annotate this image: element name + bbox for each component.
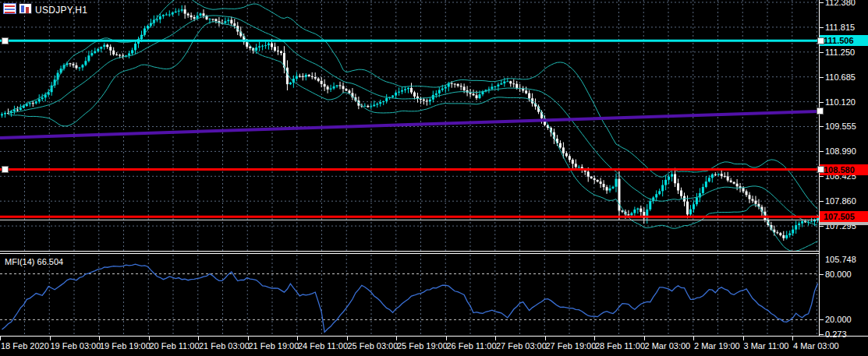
time-axis-tick: [693, 337, 694, 340]
price-tick-label: 110.120: [825, 97, 856, 108]
time-tick-label: 25 Feb 03:00: [348, 341, 399, 351]
main-chart-pane[interactable]: [0, 0, 868, 252]
time-axis-tick: [347, 337, 348, 340]
mfi-indicator-label: MFI(14) 66.504: [5, 257, 63, 266]
time-tick-label: 27 Feb 19:00: [546, 341, 597, 351]
time-axis-tick: [545, 337, 546, 340]
quotes-table-icon[interactable]: [3, 3, 16, 14]
time-tick-label: 26 Feb 11:00: [447, 341, 497, 351]
time-axis-tick: [99, 337, 100, 340]
marker-cyan-line-left[interactable]: [2, 37, 9, 44]
price-label-111.506: 111.506: [820, 35, 868, 46]
time-axis-tick: [644, 337, 645, 340]
pane-separator-line[interactable]: [0, 251, 819, 252]
mt-chart-window: 112.380111.815111.250110.685110.120109.5…: [0, 0, 868, 356]
price-label-108.580: 108.580: [820, 164, 868, 175]
bollinger-upper-band[interactable]: [8, 0, 817, 209]
time-tick-label: 19 Feb 03:00: [51, 341, 101, 351]
time-tick-label: 24 Feb 11:00: [298, 341, 348, 351]
price-axis-tick: [820, 2, 824, 3]
time-axis-tick: [0, 337, 1, 340]
price-axis-tick: [820, 52, 824, 53]
price-axis-tick: [820, 126, 824, 127]
time-tick-label: 25 Feb 19:00: [397, 341, 448, 351]
time-tick-label: 21 Feb 03:00: [199, 341, 250, 351]
marker-trendline-right[interactable]: [817, 108, 824, 115]
indicator-level-label: 0.273: [825, 330, 847, 340]
time-axis-tick: [495, 337, 496, 340]
price-axis-tick: [820, 226, 824, 227]
bid-price-label-partial: [820, 222, 868, 225]
marker-red-line-left[interactable]: [2, 166, 9, 173]
price-tick-label: 111.250: [825, 48, 855, 58]
price-axis-tick: [820, 77, 824, 78]
indicator-level-label: 20.000: [825, 315, 852, 325]
price-tick-label: 112.380: [825, 0, 856, 8]
indicator-axis-tick: [820, 334, 824, 335]
price-scale-min-label: 105.748: [825, 255, 856, 265]
price-axis-tick: [820, 102, 824, 103]
time-tick-label: 4 Mar 03:00: [793, 341, 839, 351]
time-tick-label: 3 Mar 11:00: [744, 341, 789, 351]
pane-separator-line[interactable]: [0, 253, 819, 254]
time-axis-tick: [743, 337, 744, 340]
time-tick-label: 28 Feb 11:00: [595, 341, 645, 351]
time-axis-tick: [594, 337, 595, 340]
time-tick-label: 18 Feb 2020: [1, 341, 49, 351]
price-label-107.505: 107.505: [820, 211, 868, 222]
grid: [0, 255, 819, 335]
indicator-pane-mfi[interactable]: [0, 254, 868, 336]
marker-red-line-right[interactable]: [817, 166, 824, 173]
price-tick-label: 107.860: [825, 196, 856, 206]
time-axis-tick: [297, 337, 298, 340]
price-tick-label: 108.990: [825, 146, 856, 157]
time-tick-label: 20 Feb 11:00: [150, 341, 200, 351]
time-axis-border: [0, 336, 868, 337]
indicator-axis-tick: [820, 319, 824, 320]
price-axis-tick: [820, 201, 824, 202]
price-tick-label: 110.685: [825, 72, 856, 83]
time-axis-tick: [198, 337, 199, 340]
marker-cyan-line-right[interactable]: [817, 37, 824, 44]
candles-window-icon[interactable]: [19, 3, 32, 14]
symbol-timeframe-label: USDJPY,H1: [35, 5, 87, 16]
time-tick-label: 2 Mar 19:00: [694, 341, 740, 351]
time-axis-tick: [446, 337, 447, 340]
indicator-level-label: 80.000: [825, 270, 852, 280]
indicator-axis-tick: [820, 274, 824, 275]
time-axis-tick: [50, 337, 51, 340]
main-plot-area: [0, 0, 819, 252]
bollinger-middle-band[interactable]: [8, 16, 817, 225]
trendline[interactable]: [0, 111, 819, 138]
time-axis-tick: [396, 337, 397, 340]
price-axis-tick: [820, 176, 824, 177]
price-tick-label: 109.555: [825, 122, 856, 132]
time-tick-label: 27 Feb 03:00: [496, 341, 547, 351]
time-tick-label: 19 Feb 19:00: [100, 341, 151, 351]
mfi-line: [2, 264, 818, 332]
price-tick-label: 111.815: [825, 23, 855, 33]
time-axis-tick: [792, 337, 793, 340]
time-tick-label: 2 Mar 03:00: [645, 341, 691, 351]
time-axis-tick: [248, 337, 249, 340]
price-axis-tick: [820, 151, 824, 152]
time-axis-tick: [149, 337, 150, 340]
time-tick-label: 21 Feb 19:00: [249, 341, 299, 351]
price-axis-tick: [820, 27, 824, 28]
